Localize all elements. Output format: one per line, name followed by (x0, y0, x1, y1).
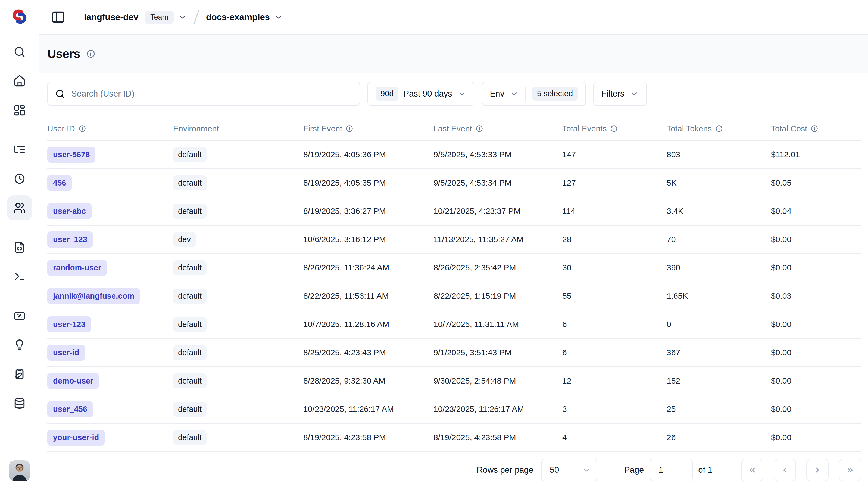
sidebar-item-search[interactable] (7, 39, 32, 64)
chevrons-left-icon (747, 465, 757, 475)
column-header-label: Last Event (433, 124, 472, 133)
user-id-badge-cell: user_456 (47, 401, 173, 417)
total-tokens-cell: 5K (666, 178, 771, 188)
environment-filter-button[interactable]: Env 5 selected (482, 82, 586, 106)
sidebar-item-users[interactable] (7, 195, 32, 220)
rows-per-page-value: 50 (550, 465, 559, 475)
date-range-shortcode: 90d (376, 87, 398, 101)
total-events-cell: 4 (562, 433, 666, 442)
sidebar-toggle-button[interactable] (50, 9, 66, 25)
filters-button[interactable]: Filters (593, 82, 647, 106)
total-cost-cell: $0.00 (771, 433, 861, 442)
sidebar-item-home[interactable] (7, 68, 32, 93)
sidebar-item-annotation[interactable] (7, 362, 32, 386)
lightbulb-icon (13, 339, 26, 351)
environment-badge-cell: default (173, 373, 303, 389)
environment-badge: dev (173, 232, 196, 247)
chevron-left-icon (780, 465, 790, 475)
environment-badge-cell: dev (173, 232, 303, 247)
chevron-down-icon (582, 466, 591, 475)
breadcrumb-separator (193, 10, 199, 24)
info-icon[interactable] (715, 125, 723, 133)
total-tokens-cell: 26 (666, 433, 771, 442)
info-icon[interactable] (346, 125, 353, 133)
first-page-button[interactable] (741, 459, 763, 481)
user-id-badge-cell: your-user-id (47, 430, 173, 446)
users-icon (13, 202, 26, 214)
total-cost-cell: $0.00 (771, 263, 861, 272)
page-header: Users (39, 35, 868, 74)
sidebar-item-datasets[interactable] (7, 391, 32, 415)
sidebar-item-traces[interactable] (7, 137, 32, 162)
user-id-badge-cell: jannik@langfuse.com (47, 288, 173, 304)
user-id-badge[interactable]: your-user-id (47, 430, 105, 446)
next-page-button[interactable] (806, 459, 829, 481)
user-id-badge[interactable]: user-abc (47, 203, 92, 219)
environment-badge-cell: default (173, 317, 303, 332)
last-event-cell: 8/26/2025, 2:35:42 PM (433, 263, 562, 272)
user-id-badge[interactable]: 456 (47, 175, 72, 191)
previous-page-button[interactable] (774, 459, 796, 481)
rows-per-page-label: Rows per page (477, 465, 533, 475)
user-id-badge[interactable]: user-123 (47, 316, 91, 333)
user-id-badge[interactable]: user-id (47, 345, 85, 361)
table-row: random-userdefault8/26/2025, 11:36:24 AM… (47, 254, 861, 282)
first-event-cell: 8/28/2025, 9:32:30 AM (303, 376, 433, 385)
total-events-cell: 30 (562, 263, 666, 272)
percent-box-icon (13, 310, 26, 322)
environment-badge: default (173, 373, 207, 389)
user-id-badge-cell: user-5678 (47, 147, 173, 163)
user-id-badge[interactable]: user-5678 (47, 147, 95, 163)
environment-badge: default (173, 430, 207, 445)
user-id-badge[interactable]: user_456 (47, 401, 93, 417)
user-id-badge-cell: demo-user (47, 373, 173, 389)
clock-icon (13, 172, 26, 185)
environment-badge-cell: default (173, 402, 303, 417)
user-id-badge[interactable]: user_123 (47, 231, 93, 248)
search-input[interactable] (71, 89, 352, 99)
user-avatar[interactable] (9, 460, 30, 482)
info-icon[interactable] (811, 125, 818, 133)
last-event-cell: 10/23/2025, 11:26:17 AM (433, 404, 562, 414)
environment-badge: default (173, 402, 207, 417)
chevron-down-icon (510, 89, 519, 98)
user-id-badge[interactable]: random-user (47, 260, 107, 276)
sidebar-item-prompts[interactable] (7, 235, 32, 260)
info-icon[interactable] (610, 125, 618, 133)
sidebar-item-dashboards[interactable] (7, 98, 32, 123)
panel-left-icon (51, 10, 65, 25)
search-box (47, 82, 360, 106)
environment-badge: default (173, 317, 207, 332)
sidebar-item-scores[interactable] (7, 303, 32, 328)
avatar-photo (9, 460, 30, 482)
total-cost-cell: $0.00 (771, 235, 861, 244)
page-number-input[interactable] (650, 459, 693, 482)
column-header-label: Total Cost (771, 124, 807, 133)
total-cost-cell: $0.03 (771, 291, 861, 300)
user-id-badge[interactable]: jannik@langfuse.com (47, 288, 140, 304)
sidebar-item-sessions[interactable] (7, 166, 32, 191)
column-header: Last Event (433, 124, 562, 133)
total-events-cell: 6 (562, 348, 666, 357)
chevron-down-icon (458, 89, 466, 98)
org-selector[interactable]: langfuse-dev Team (66, 10, 187, 24)
info-icon[interactable] (79, 125, 86, 133)
org-plan-badge: Team (145, 10, 174, 24)
last-page-button[interactable] (839, 459, 861, 481)
date-range-button[interactable]: 90d Past 90 days (367, 82, 474, 106)
project-selector[interactable]: docs-examples (206, 12, 283, 22)
info-icon[interactable] (86, 49, 95, 58)
page-label: Page (624, 465, 644, 475)
database-icon (13, 397, 26, 409)
info-icon[interactable] (475, 125, 483, 133)
sidebar-item-playground[interactable] (7, 264, 32, 289)
first-event-cell: 10/23/2025, 11:26:17 AM (303, 404, 433, 414)
user-id-badge[interactable]: demo-user (47, 373, 99, 389)
pagination-bar: Rows per page 50 Page of 1 (47, 452, 861, 488)
total-tokens-cell: 0 (666, 320, 771, 329)
main-area: langfuse-dev Team docs-examples Users (39, 0, 868, 488)
total-tokens-cell: 1.65K (666, 291, 771, 300)
last-event-cell: 9/5/2025, 4:53:33 PM (433, 150, 562, 159)
sidebar-item-evaluators[interactable] (7, 333, 32, 357)
rows-per-page-select[interactable]: 50 (541, 459, 597, 482)
